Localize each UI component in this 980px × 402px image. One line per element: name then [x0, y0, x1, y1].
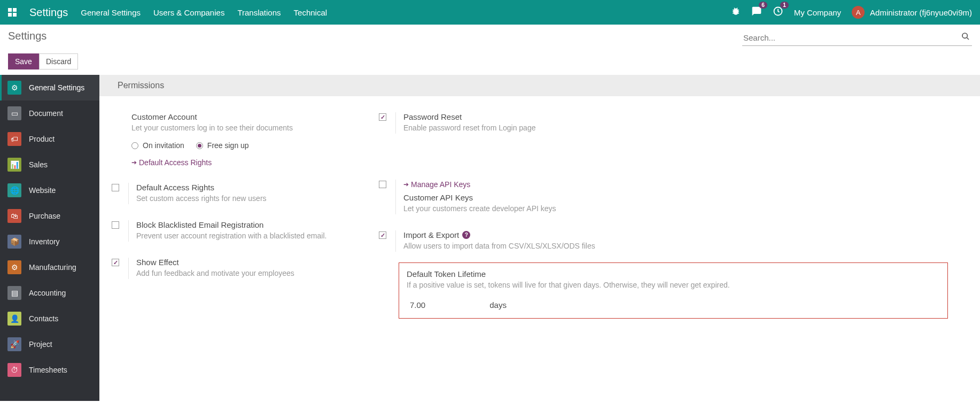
radio-free-signup[interactable]: Free sign up	[196, 141, 249, 150]
setting-title: Password Reset	[403, 112, 969, 121]
setting-desc: If a positive value is set, tokens will …	[407, 280, 940, 291]
sidebar-item-document[interactable]: ▭Document	[0, 100, 99, 126]
section-header: Permissions	[99, 75, 980, 96]
setting-desc: Allow users to import data from CSV/XLS/…	[403, 241, 969, 252]
link-default-access-rights[interactable]: ➔Default Access Rights	[131, 158, 212, 167]
setting-title: Default Access Rights	[136, 183, 356, 192]
document-icon: ▭	[7, 106, 21, 120]
setting-desc: Prevent user account registration with a…	[136, 230, 356, 242]
arrow-right-icon: ➔	[131, 159, 137, 166]
sidebar-item-label: Product	[29, 135, 55, 143]
svg-point-1	[962, 33, 967, 38]
sidebar-item-label: General Settings	[29, 83, 84, 92]
person-icon: 👤	[7, 312, 21, 326]
bug-icon[interactable]	[731, 6, 741, 19]
globe-icon: 🌐	[7, 183, 21, 197]
setting-customer-account: Customer Account Let your customers log …	[99, 106, 367, 176]
setting-desc: Set custom access rights for new users	[136, 193, 356, 204]
sidebar-item-general-settings[interactable]: ⚙General Settings	[0, 75, 99, 100]
sidebar-item-website[interactable]: 🌐Website	[0, 177, 99, 203]
rocket-icon: 🚀	[7, 337, 21, 351]
sidebar-item-label: Sales	[29, 160, 48, 169]
user-menu[interactable]: A Administrator (fj6nyue0vi9m)	[852, 6, 972, 19]
sidebar-item-contacts[interactable]: 👤Contacts	[0, 306, 99, 331]
discard-button[interactable]: Discard	[39, 53, 78, 69]
sidebar-item-purchase[interactable]: 🛍Purchase	[0, 203, 99, 229]
settings-content: Permissions Customer Account Let your cu…	[99, 75, 980, 401]
activities-icon[interactable]: 1	[773, 6, 783, 19]
setting-title: Customer Account	[131, 112, 356, 121]
company-selector[interactable]: My Company	[794, 8, 841, 17]
nav-translations[interactable]: Translations	[237, 8, 281, 17]
sidebar-item-timesheets[interactable]: ⏱Timesheets	[0, 357, 99, 383]
setting-password-reset: Password Reset Enable password reset fro…	[367, 106, 980, 143]
activities-badge: 1	[780, 2, 789, 9]
sidebar-item-sales[interactable]: 📊Sales	[0, 152, 99, 177]
sidebar-item-label: Contacts	[29, 314, 58, 323]
sidebar-item-manufacturing[interactable]: ⚙Manufacturing	[0, 254, 99, 280]
setting-title: Default Token Lifetime	[407, 269, 940, 279]
messages-icon[interactable]: 6	[751, 6, 762, 19]
token-lifetime-unit: days	[489, 300, 507, 310]
app-brand[interactable]: Settings	[29, 6, 68, 19]
help-icon[interactable]: ?	[462, 231, 470, 239]
sidebar-item-label: Timesheets	[29, 366, 67, 374]
setting-show-effect: Show Effect Add fun feedback and motivat…	[99, 251, 367, 289]
checkbox-password-reset[interactable]	[379, 113, 386, 121]
checkbox-block-blacklisted[interactable]	[112, 221, 119, 229]
chart-icon: 📊	[7, 158, 21, 172]
avatar: A	[852, 6, 865, 19]
nav-users-companies[interactable]: Users & Companies	[153, 8, 224, 17]
sidebar-item-label: Purchase	[29, 212, 60, 220]
sidebar-item-inventory[interactable]: 📦Inventory	[0, 229, 99, 254]
checkbox-show-effect[interactable]	[112, 259, 119, 266]
token-lifetime-box: Default Token Lifetime If a positive val…	[399, 262, 948, 319]
save-button[interactable]: Save	[8, 53, 39, 69]
sidebar-item-project[interactable]: 🚀Project	[0, 331, 99, 357]
sidebar-item-label: Document	[29, 109, 63, 118]
table-icon: ▤	[7, 286, 21, 300]
setting-title: Customer API Keys	[403, 193, 969, 202]
arrow-right-icon: ➔	[403, 181, 409, 188]
sidebar-item-label: Website	[29, 186, 56, 195]
nav-general-settings[interactable]: General Settings	[81, 8, 141, 17]
checkbox-import-export[interactable]	[379, 231, 386, 239]
search-input[interactable]	[742, 30, 972, 46]
radio-on-invitation[interactable]: On invitation	[131, 141, 184, 150]
setting-desc: Add fun feedback and motivate your emplo…	[136, 268, 356, 279]
setting-api-keys: ➔Manage API Keys Customer API Keys Let y…	[367, 173, 980, 224]
setting-title: Block Blacklisted Email Registration	[136, 220, 356, 229]
navbar: Settings General Settings Users & Compan…	[0, 0, 980, 25]
page-title: Settings	[8, 30, 46, 42]
checkbox-api-keys[interactable]	[379, 181, 386, 188]
gear-icon: ⚙	[7, 81, 21, 95]
sidebar-item-accounting[interactable]: ▤Accounting	[0, 280, 99, 306]
messages-badge: 6	[759, 2, 767, 9]
checkbox-default-access[interactable]	[112, 184, 119, 191]
setting-desc: Let your customers log in to see their d…	[131, 122, 356, 134]
setting-title: Import & Export?	[403, 230, 969, 239]
control-panel: Settings Save Discard	[0, 25, 980, 69]
sidebar-item-label: Inventory	[29, 237, 60, 246]
setting-default-access-rights: Default Access Rights Set custom access …	[99, 176, 367, 214]
wrench-icon: ⚙	[7, 260, 21, 274]
apps-icon[interactable]	[8, 8, 17, 17]
radio-icon	[131, 142, 138, 149]
settings-sidebar: ⚙General Settings ▭Document 🏷Product 📊Sa…	[0, 75, 99, 401]
box-icon: 📦	[7, 235, 21, 249]
token-lifetime-value[interactable]: 7.00	[410, 300, 425, 310]
nav-technical[interactable]: Technical	[294, 8, 328, 17]
setting-title: Show Effect	[136, 258, 356, 267]
search-icon[interactable]	[961, 32, 970, 43]
setting-import-export: Import & Export? Allow users to import d…	[367, 224, 980, 261]
sidebar-item-product[interactable]: 🏷Product	[0, 126, 99, 152]
setting-block-blacklisted: Block Blacklisted Email Registration Pre…	[99, 214, 367, 251]
sidebar-item-label: Project	[29, 340, 52, 349]
link-manage-api-keys[interactable]: ➔Manage API Keys	[403, 180, 470, 189]
setting-default-token-lifetime: Default Token Lifetime If a positive val…	[367, 261, 980, 328]
bag-icon: 🛍	[7, 209, 21, 223]
sidebar-item-label: Manufacturing	[29, 263, 76, 272]
tag-icon: 🏷	[7, 132, 21, 146]
setting-desc: Let your customers create developer API …	[403, 203, 969, 214]
user-label: Administrator (fj6nyue0vi9m)	[870, 8, 972, 17]
